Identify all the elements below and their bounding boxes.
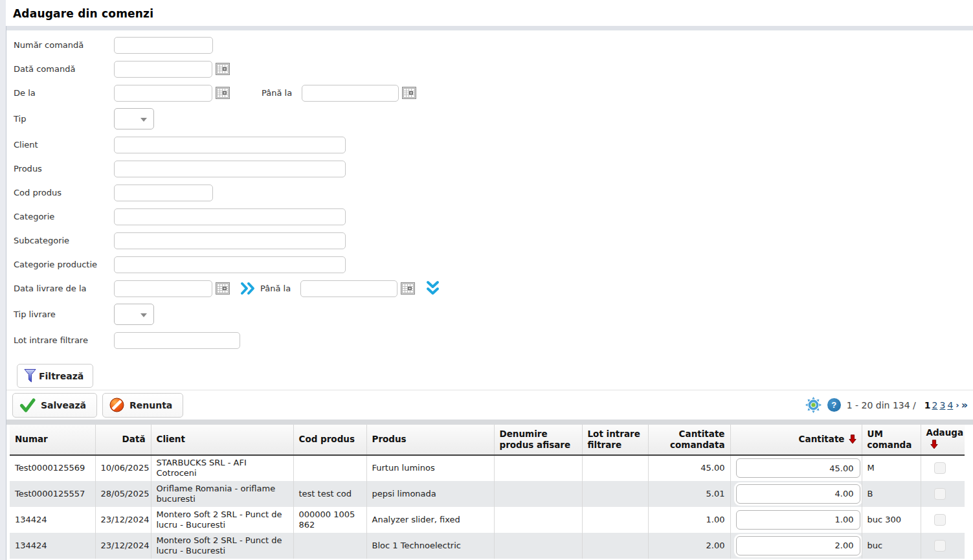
adauga-checkbox[interactable] [934,488,946,500]
toolbar-table-divider [6,420,973,425]
cell-cod-produs [293,533,366,559]
col-header-um[interactable]: UM comanda [862,425,921,455]
cell-data: 10/06/2025 [95,455,151,481]
tip-label: Tip [14,114,114,124]
lot-intrare-label: Lot intrare filtrare [14,335,114,345]
data-livrare-pana-la-input[interactable] [300,280,397,297]
col-header-produs[interactable]: Produs [366,425,494,455]
cell-lot [582,455,648,481]
data-livrare-de-la-calendar-icon[interactable] [216,282,230,295]
cell-cantitate [730,455,862,481]
save-button-label: Salvează [41,400,86,410]
table-row: 134424 23/12/2024 Montero Soft 2 SRL - P… [10,533,965,559]
filter-row-data-livrare: Data livrare de la Până la [14,280,973,297]
table-row: 134424 23/12/2024 Montero Soft 2 SRL - P… [10,507,965,533]
cell-um: B [862,481,921,507]
de-la-input[interactable] [114,85,212,102]
table-header-row: Numar Dată Client Cod produs Produs Denu… [10,425,965,455]
check-icon [19,398,36,412]
client-input[interactable] [114,137,346,153]
settings-gear-icon[interactable] [805,397,822,413]
filter-row-lot-intrare: Lot intrare filtrare [14,331,973,349]
lot-intrare-input[interactable] [114,332,240,349]
pana-la-input[interactable] [302,85,399,102]
cell-produs: pepsi limonada [366,481,494,507]
cod-produs-input[interactable] [114,185,213,201]
cell-cantitate [730,507,862,533]
col-header-cantitate[interactable]: Cantitate [730,425,862,455]
filter-row-tip: Tip [14,108,973,129]
header-divider [6,26,973,30]
produs-input[interactable] [114,161,346,177]
data-comanda-calendar-icon[interactable] [216,63,230,75]
cantitate-input[interactable] [736,484,860,504]
cell-cant-comandata: 45.00 [648,455,730,481]
col-header-denumire[interactable]: Denumire produs afisare [494,425,582,455]
col-header-data[interactable]: Dată [95,425,151,455]
col-header-cant-comandata[interactable]: Cantitate comandata [648,425,730,455]
filter-button-label: Filtrează [39,371,84,381]
save-button[interactable]: Salvează [12,393,97,418]
adauga-checkbox[interactable] [934,540,946,552]
page-title: Adaugare din comenzi [6,0,973,20]
col-header-lot[interactable]: Lot intrare filtrare [582,425,648,455]
cantitate-input[interactable] [736,510,860,530]
adauga-checkbox[interactable] [934,462,946,474]
pana-la-calendar-icon[interactable] [402,87,416,99]
filter-row-de-la: De la Până la [14,84,973,102]
cell-um: buc [862,533,921,559]
cell-lot [582,533,648,559]
tip-livrare-select[interactable] [114,304,154,325]
chevrons-down-icon[interactable] [426,280,440,297]
chevrons-right-icon[interactable] [240,282,256,295]
cantitate-input[interactable] [736,536,860,555]
col-header-adauga[interactable]: Adauga [921,425,965,455]
categorie-productie-input[interactable] [114,256,346,273]
col-header-numar[interactable]: Numar [10,425,95,455]
numar-comanda-input[interactable] [114,37,213,54]
filter-row-categorie: Categorie [14,208,973,225]
cell-numar: Test0000125557 [10,481,95,507]
de-la-calendar-icon[interactable] [216,87,230,99]
pagination-next-icon[interactable]: › [956,400,959,410]
cell-client: Montero Soft 2 SRL - Punct de lucru - Bu… [151,533,293,559]
pagination-page-link[interactable]: 4 [946,400,954,410]
pagination-page-link[interactable]: 3 [939,400,946,410]
orders-table-wrap: Numar Dată Client Cod produs Produs Denu… [10,425,965,560]
adauga-checkbox[interactable] [934,514,946,526]
chevron-down-icon [140,313,147,317]
cancel-button[interactable]: Renunta [102,393,183,418]
col-header-client[interactable]: Client [151,425,293,455]
cell-client: Oriflame Romania - oriflame bucuresti [151,481,293,507]
toolbar: Salvează Renunta [6,390,973,420]
cod-produs-label: Cod produs [14,188,114,197]
data-livrare-de-la-input[interactable] [114,280,212,297]
cell-um: buc 300 [862,507,921,533]
cell-data: 28/05/2025 [95,481,151,507]
cell-denumire [494,481,582,507]
cantitate-input[interactable] [736,458,860,478]
data-comanda-input[interactable] [114,61,212,78]
table-row: Test0000125569 10/06/2025 STARBUCKS SRL … [10,455,965,481]
cell-denumire [494,455,582,481]
col-header-cod-produs[interactable]: Cod produs [293,425,366,455]
client-label: Client [14,140,114,150]
funnel-icon [24,368,36,383]
filter-button[interactable]: Filtrează [17,364,93,388]
help-icon[interactable]: ? [827,398,841,412]
subcategorie-label: Subcategorie [14,236,114,245]
categorie-input[interactable] [114,208,346,225]
subcategorie-input[interactable] [114,232,346,249]
cell-cod-produs: 000000 1005 862 [293,507,366,533]
produs-label: Produs [14,164,114,174]
cancel-button-label: Renunta [129,400,172,410]
cell-produs: Bloc 1 Technoelectric [366,533,494,559]
pagination-last-icon[interactable]: » [961,399,968,411]
cell-cod-produs [293,455,366,481]
tip-select[interactable] [114,108,154,129]
data-livrare-pana-la-calendar-icon[interactable] [401,282,415,295]
cell-denumire [494,507,582,533]
pagination-page-link[interactable]: 2 [932,400,939,410]
pagination-bar: ? 1 - 20 din 134 / 1 2 3 4 › » [805,397,968,413]
cell-numar: 134424 [10,507,95,533]
